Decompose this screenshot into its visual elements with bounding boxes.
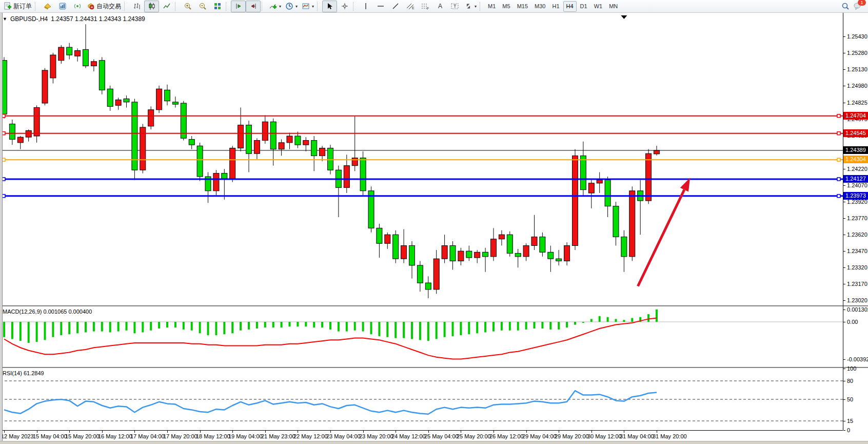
toolbar-separator [353, 2, 357, 11]
window-edge [0, 13, 3, 444]
line-chart-button[interactable] [159, 1, 174, 12]
price-tick-label: 1.25280 [847, 50, 867, 56]
chat-icon[interactable]: 1 [853, 2, 862, 10]
tab-timeframe-H4[interactable]: H4 [563, 1, 577, 12]
svg-text:F: F [427, 7, 429, 10]
time-tick [461, 431, 461, 433]
price-tag: 1.24545 [843, 129, 868, 137]
rsi-zero-line [0, 430, 843, 431]
price-tick-label: 1.25430 [847, 33, 867, 40]
time-label: 21 May 23:00 [261, 433, 295, 439]
time-label: 18 May 12:00 [196, 433, 230, 439]
chart-shift-button[interactable] [246, 1, 261, 12]
text-label-icon: T [450, 2, 460, 10]
bar-chart-button[interactable] [129, 1, 144, 12]
price-tag: 1.24704 [843, 112, 868, 120]
signals-broadcast-icon [73, 2, 82, 10]
price-tick-label: 1.23470 [847, 248, 867, 255]
time-label: 15 May 20:00 [65, 433, 100, 439]
toolbar-separator [124, 2, 128, 11]
time-tick [428, 431, 429, 433]
tab-timeframe-H1[interactable]: H1 [549, 1, 562, 12]
tab-timeframe-M15[interactable]: M15 [514, 1, 531, 12]
time-tick [494, 431, 494, 433]
arrow-objects-button[interactable]: ▾ [462, 1, 479, 12]
time-tick [167, 431, 168, 433]
tile-windows-button[interactable] [210, 1, 225, 12]
auto-scroll-button[interactable] [231, 1, 246, 12]
autotrading-icon [87, 2, 95, 10]
trendline-button[interactable] [388, 1, 403, 12]
axis-tick [843, 359, 845, 360]
tab-timeframe-M30[interactable]: M30 [531, 1, 548, 12]
axis-tick [843, 369, 845, 369]
tile-windows-icon [213, 2, 222, 10]
axis-tick [843, 69, 845, 70]
candlestick-chart-button[interactable] [144, 1, 159, 12]
axis-tick [843, 381, 845, 381]
horizontal-line-icon [377, 2, 385, 10]
zoom-in-button[interactable] [180, 1, 195, 12]
axis-tick [843, 267, 845, 268]
price-tick-label: 1.23320 [847, 264, 867, 271]
collapse-triangle-icon[interactable]: ▼ [3, 16, 7, 22]
axis-tick [843, 251, 845, 252]
rsi-tick-label: 15 [847, 418, 853, 424]
chart-window: ▼ GBPUSD-,H4 1.24357 1.24431 1.24343 1.2… [0, 13, 868, 444]
macd-panel[interactable] [0, 306, 843, 367]
search-icon[interactable] [841, 2, 850, 11]
horizontal-line-button[interactable] [373, 1, 388, 12]
price-tag: 1.24389 [843, 146, 868, 154]
tab-timeframe-M1[interactable]: M1 [485, 1, 499, 12]
indicators-button[interactable]: ▾ [267, 1, 283, 12]
signals-button[interactable] [70, 1, 85, 12]
new-order-icon [4, 2, 12, 10]
price-tick-label: 1.23020 [847, 297, 867, 304]
axis-tick [843, 86, 845, 86]
macd-tick-label: 0.001302 [847, 306, 868, 313]
vertical-line-button[interactable] [358, 1, 373, 12]
rsi-panel[interactable] [0, 368, 843, 430]
panel-divider[interactable] [0, 367, 868, 368]
crosshair-button[interactable] [337, 1, 352, 12]
zoom-out-icon [199, 2, 207, 10]
price-tick-label: 1.25130 [847, 66, 867, 73]
fibonacci-button[interactable]: F [418, 1, 432, 12]
market-watch-button[interactable] [55, 1, 70, 12]
macd-label: MACD(12,26,9) 0.001065 0.000400 [3, 308, 92, 315]
auto-scroll-icon [234, 2, 243, 10]
toolbar-separator [226, 2, 230, 11]
chart-title: ▼ GBPUSD-,H4 1.24357 1.24431 1.24343 1.2… [3, 15, 145, 23]
candlestick-chart-icon [148, 2, 156, 10]
tab-timeframe-M5[interactable]: M5 [499, 1, 513, 12]
text-label-button[interactable]: T [447, 1, 462, 12]
text-icon: A [437, 2, 444, 10]
main-chart[interactable] [0, 14, 843, 306]
svg-text:A: A [438, 3, 442, 10]
template-button[interactable]: ▾ [300, 1, 316, 12]
axis-tick [843, 169, 845, 169]
channel-button[interactable]: E [403, 1, 418, 12]
text-button[interactable]: A [432, 1, 447, 12]
autotrading-button[interactable]: 自动交易 [85, 1, 123, 12]
panel-divider[interactable] [0, 305, 868, 306]
zoom-out-button[interactable] [195, 1, 210, 12]
axis-tick [843, 53, 845, 53]
axis-tick [843, 103, 845, 103]
tab-timeframe-D1[interactable]: D1 [577, 1, 590, 12]
tab-timeframe-W1[interactable]: W1 [591, 1, 606, 12]
cursor-button[interactable] [322, 1, 337, 12]
time-label: 30 May 12:00 [587, 433, 622, 439]
time-label: 29 May 04:00 [522, 433, 557, 439]
new-order-button[interactable]: 新订单 [2, 1, 34, 12]
price-tick-label: 1.24980 [847, 83, 867, 89]
tab-timeframe-MN[interactable]: MN [606, 1, 621, 12]
time-tick [232, 431, 233, 433]
time-label: 17 May 04:00 [130, 433, 165, 439]
rsi-tick-label: 80 [847, 378, 853, 384]
price-tick-label: 1.23170 [847, 281, 867, 287]
period-clock-button[interactable]: ▾ [283, 1, 300, 12]
time-tick [396, 431, 396, 433]
styles-button[interactable] [40, 1, 55, 12]
axis-tick [843, 36, 845, 37]
